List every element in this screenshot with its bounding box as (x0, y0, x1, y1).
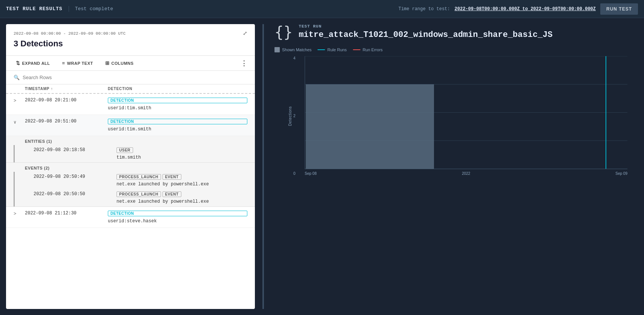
detection-tag-3: DETECTION (108, 211, 247, 216)
x-label-sep08: Sep 08 (305, 171, 317, 176)
rule-header: {} TEST RUN mitre_attack_T1021_002_windo… (274, 24, 635, 40)
date-range-text: 2022-09-08 00:00:00 - 2022-09-09 00:00:0… (14, 31, 126, 36)
event-tags-2: PROCESS_LAUNCH EVENT (117, 191, 247, 197)
y-axis-labels: 4 2 0 (293, 56, 296, 176)
entity-value: tim.smith (117, 155, 247, 160)
x-label-2022: 2022 (462, 171, 470, 176)
legend-run-errors: Run Errors (353, 47, 383, 52)
y-axis-title: Detections (288, 106, 292, 125)
search-area: 🔍 (6, 71, 255, 84)
event-tags-1: PROCESS_LAUNCH EVENT (117, 174, 247, 180)
event-timestamp-2: 2022-09-08 20:50:50 (34, 191, 117, 197)
chart-legend: Shown Matches Rule Runs Run Errors (274, 47, 635, 52)
top-bar: TEST RULE RESULTS Test complete Time ran… (0, 0, 644, 18)
event-tag: EVENT (163, 174, 181, 180)
more-options-button[interactable]: ⋮ (241, 59, 247, 67)
rule-runs-color (317, 49, 325, 50)
top-bar-right: Time range to test: 2022-09-08T00:00:00.… (399, 3, 638, 15)
row-value-1: userid:tim.smith (108, 106, 247, 111)
event-value-2: net.exe launched by powershell.exe (117, 199, 247, 204)
row-detection-3: DETECTION userid:steve.hasek (108, 211, 247, 224)
table-row[interactable]: ∨ 2022-09-08 20:51:00 DETECTION userid:t… (6, 115, 255, 136)
event-row-2: 2022-09-08 20:50:50 PROCESS_LAUNCH EVENT… (14, 189, 255, 206)
event-timestamp-1: 2022-09-08 20:50:49 (34, 174, 117, 179)
expand-all-label: EXPAND ALL (22, 61, 50, 66)
event-content-1: PROCESS_LAUNCH EVENT net.exe launched by… (117, 174, 247, 187)
time-range-label: Time range to test: (399, 6, 450, 12)
columns-label: COLUMNS (111, 61, 133, 66)
run-errors-label: Run Errors (363, 47, 383, 52)
timestamp-header[interactable]: TIMESTAMP ↑ (25, 87, 108, 91)
row-value-2: userid:tim.smith (108, 127, 247, 132)
x-axis-labels: Sep 08 2022 Sep 09 (305, 171, 627, 176)
expand-icon[interactable]: ⤢ (243, 30, 247, 37)
table-header: TIMESTAMP ↑ DETECTION (6, 84, 255, 94)
wrap-text-label: WRAP TEXT (67, 61, 93, 66)
legend-rule-runs: Rule Runs (317, 47, 347, 52)
table-row[interactable]: > 2022-09-08 21:12:30 DETECTION userid:s… (6, 207, 255, 228)
expand-all-button[interactable]: ⇅ EXPAND ALL (14, 59, 52, 67)
detection-tag-1: DETECTION (108, 98, 247, 103)
toolbar: ⇅ EXPAND ALL ≡ WRAP TEXT ⊞ COLUMNS ⋮ (6, 56, 255, 71)
row-timestamp-2: 2022-09-08 20:51:00 (25, 119, 108, 124)
time-range-value: 2022-09-08T00:00:00.000Z to 2022-09-09T0… (455, 6, 596, 12)
event-row-1: 2022-09-08 20:50:49 PROCESS_LAUNCH EVENT… (14, 172, 255, 189)
event-tag-2: EVENT (163, 191, 181, 197)
run-test-button[interactable]: RUN TEST (600, 3, 638, 15)
row-detection-1: DETECTION userid:tim.smith (108, 98, 247, 111)
row-toggle-3[interactable]: > (14, 211, 25, 217)
row-toggle-2[interactable]: ∨ (14, 119, 25, 125)
detection-tag-2: DETECTION (108, 119, 247, 124)
rule-icon: {} (274, 24, 293, 40)
rule-runs-label: Rule Runs (327, 47, 347, 52)
rule-info: TEST RUN mitre_attack_T1021_002_windows_… (299, 24, 552, 40)
detections-count: 3 Detections (14, 39, 247, 49)
detection-header: DETECTION (108, 87, 247, 91)
page-title: TEST RULE RESULTS (6, 6, 69, 12)
chart-svg (305, 56, 627, 169)
rule-name: mitre_attack_T1021_002_windows_admin_sha… (299, 30, 552, 40)
chart-area (305, 56, 627, 169)
entity-timestamp: 2022-09-08 20:18:58 (34, 147, 117, 153)
row-timestamp-3: 2022-09-08 21:12:30 (25, 211, 108, 216)
wrap-text-button[interactable]: ≡ WRAP TEXT (60, 59, 95, 67)
legend-shown-matches: Shown Matches (274, 47, 311, 52)
test-status: Test complete (69, 6, 113, 12)
table-body: > 2022-09-08 20:21:00 DETECTION userid:t… (6, 94, 255, 309)
shown-matches-label: Shown Matches (282, 47, 311, 52)
table-row[interactable]: > 2022-09-08 20:21:00 DETECTION userid:t… (6, 94, 255, 115)
columns-button[interactable]: ⊞ COLUMNS (103, 59, 136, 67)
chart-area-container: 4 2 0 (305, 56, 627, 176)
row-toggle-1[interactable]: > (14, 98, 25, 104)
left-panel: 2022-09-08 00:00:00 - 2022-09-09 00:00:0… (6, 24, 255, 309)
event-value-1: net.exe launched by powershell.exe (117, 182, 247, 187)
columns-icon: ⊞ (105, 60, 110, 66)
vertical-divider (262, 24, 264, 309)
entity-content: USER tim.smith (117, 147, 247, 160)
shown-matches-color (274, 47, 280, 52)
run-errors-color (353, 49, 360, 50)
search-icon: 🔍 (14, 75, 20, 80)
test-run-label: TEST RUN (299, 24, 552, 29)
date-range: 2022-09-08 00:00:00 - 2022-09-09 00:00:0… (14, 30, 247, 37)
entity-row: 2022-09-08 20:18:58 USER tim.smith (14, 145, 255, 162)
events-header: EVENTS (2) (6, 163, 255, 172)
search-input[interactable] (23, 75, 247, 80)
detections-bar (306, 84, 434, 169)
x-label-sep09: Sep 09 (615, 171, 627, 176)
chart-wrapper: Detections 4 2 0 (305, 56, 627, 176)
entities-header: ENTITIES (1) (6, 136, 255, 145)
entities-section: ENTITIES (1) 2022-09-08 20:18:58 USER ti… (6, 136, 255, 163)
row-value-3: userid:steve.hasek (108, 219, 247, 224)
main-content: 2022-09-08 00:00:00 - 2022-09-09 00:00:0… (0, 18, 644, 315)
wrap-text-icon: ≡ (62, 60, 65, 66)
row-detection-2: DETECTION userid:tim.smith (108, 119, 247, 132)
process-launch-tag-2: PROCESS_LAUNCH (117, 191, 161, 197)
process-launch-tag: PROCESS_LAUNCH (117, 174, 161, 180)
panel-header: 2022-09-08 00:00:00 - 2022-09-09 00:00:0… (6, 24, 255, 56)
y-label-0: 0 (293, 171, 296, 176)
right-panel: {} TEST RUN mitre_attack_T1021_002_windo… (271, 24, 638, 309)
events-section: EVENTS (2) 2022-09-08 20:50:49 PROCESS_L… (6, 163, 255, 207)
y-label-4: 4 (293, 56, 296, 60)
y-label-2: 2 (293, 114, 296, 118)
